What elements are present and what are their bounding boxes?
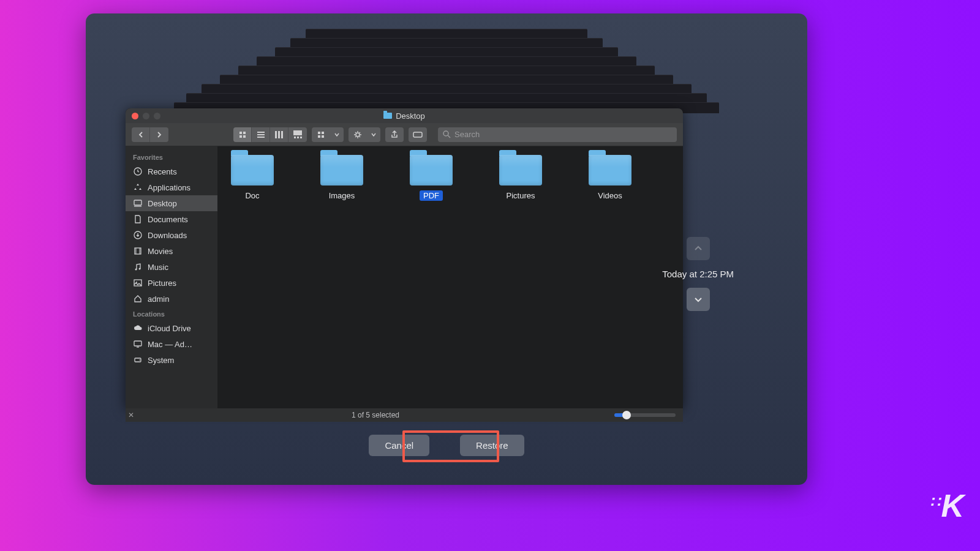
share-button[interactable] [385,127,404,142]
timeline-timestamp: Today at 2:25 PM [662,269,734,279]
sidebar-item-movies[interactable]: Movies [126,243,217,259]
statusbar-close-icon[interactable]: ✕ [126,411,137,419]
folder-label: Videos [594,190,626,201]
time-machine-window: Desktop [86,13,807,485]
sidebar-label: Pictures [148,279,176,288]
timeline-up-button[interactable] [687,237,710,260]
watermark-logo: ::K [930,487,963,524]
selection-count: 1 of 5 selected [137,411,614,419]
group-by-dropdown[interactable] [330,127,344,142]
sidebar-item-downloads[interactable]: Downloads [126,227,217,243]
desktop-icon [133,198,143,208]
svg-point-2 [443,131,448,136]
title-folder-icon [383,113,392,119]
sidebar-item-documents[interactable]: Documents [126,211,217,227]
sidebar-item-system[interactable]: System [126,352,217,368]
folder-icon [499,155,542,186]
sidebar-item-desktop[interactable]: Desktop [126,195,217,211]
svg-point-12 [139,268,141,270]
back-button[interactable] [132,127,150,142]
action-dropdown[interactable] [367,127,380,142]
folder-pdf[interactable]: PDF [405,155,458,201]
sidebar-item-mac[interactable]: Mac — Ad… [126,336,217,352]
sidebar-item-pictures[interactable]: Pictures [126,275,217,291]
sidebar-label: Recents [148,167,177,176]
window-title: Desktop [396,111,425,121]
icon-size-slider[interactable] [614,413,676,417]
sidebar-label: Documents [148,215,188,224]
folder-videos[interactable]: Videos [584,155,636,201]
sidebar-label: admin [148,294,169,304]
sidebar-label: iCloud Drive [148,324,191,333]
svg-rect-15 [134,341,141,346]
folder-pictures[interactable]: Pictures [494,155,547,201]
sidebar-label: System [148,356,174,365]
sidebar-item-applications[interactable]: Applications [126,179,217,195]
folder-images[interactable]: Images [315,155,368,201]
finder-content[interactable]: Doc Images PDF Pictures Videos [217,146,683,408]
folder-icon [589,155,631,186]
download-icon [133,230,143,240]
svg-rect-1 [413,132,422,137]
cancel-button[interactable]: Cancel [369,435,429,456]
folder-label: Doc [241,190,263,201]
group-by-button[interactable] [312,127,330,142]
search-field[interactable] [438,127,677,142]
clock-icon [133,167,143,176]
svg-point-11 [135,269,137,271]
sidebar-label: Movies [148,247,173,256]
home-icon [133,294,143,304]
svg-rect-5 [134,200,141,205]
sidebar-header-locations: Locations [126,307,217,320]
tags-button[interactable] [409,127,427,142]
action-button[interactable] [349,127,367,142]
forward-button[interactable] [150,127,168,142]
apps-icon [133,182,143,192]
sidebar-label: Music [148,263,168,272]
column-view-button[interactable] [270,127,288,142]
sidebar-label: Applications [148,183,190,192]
finder-toolbar [126,123,683,146]
gallery-view-button[interactable] [288,127,307,142]
icon-view-button[interactable] [233,127,252,142]
monitor-icon [133,339,143,349]
finder-window: Desktop [126,108,683,408]
list-view-button[interactable] [252,127,270,142]
search-input[interactable] [454,130,672,139]
photo-icon [133,278,143,288]
film-icon [133,246,143,256]
sidebar-label: Downloads [148,231,187,240]
timeline-nav: Today at 2:25 PM [662,237,734,311]
folder-label: PDF [420,190,443,201]
sidebar-label: Mac — Ad… [148,340,192,349]
hdd-icon [133,355,143,365]
sidebar-item-admin[interactable]: admin [126,291,217,307]
sidebar-item-recents[interactable]: Recents [126,163,217,179]
documents-icon [133,214,143,224]
folder-icon [410,155,453,186]
cloud-icon [133,323,143,333]
folder-label: Pictures [503,190,539,201]
sidebar-item-music[interactable]: Music [126,259,217,275]
svg-point-0 [356,133,360,137]
music-icon [133,262,143,272]
sidebar-header-favorites: Favorites [126,150,217,163]
search-icon [443,130,451,138]
folder-icon [320,155,363,186]
sidebar-label: Desktop [148,199,177,208]
folder-label: Images [325,190,359,201]
folder-icon [231,155,274,186]
finder-sidebar: Favorites Recents Applications Desktop D… [126,146,217,408]
restore-button[interactable]: Restore [460,435,524,456]
svg-line-3 [448,135,450,138]
svg-point-18 [139,359,140,361]
timeline-down-button[interactable] [687,288,710,311]
folder-doc[interactable]: Doc [226,155,279,201]
finder-statusbar: ✕ 1 of 5 selected [126,408,683,422]
sidebar-item-icloud[interactable]: iCloud Drive [126,320,217,336]
finder-titlebar: Desktop [126,108,683,123]
